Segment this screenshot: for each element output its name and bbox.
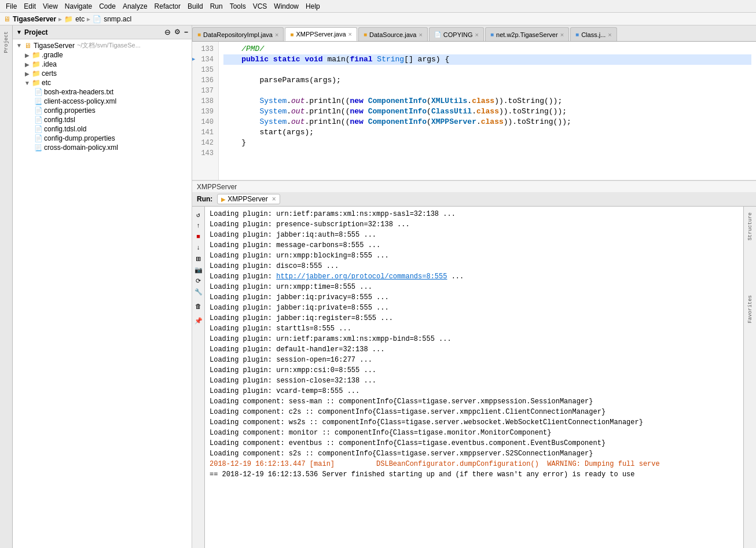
menu-build[interactable]: Build bbox=[184, 2, 207, 11]
line-137: 137 bbox=[192, 86, 218, 96]
tree-crossdomain-label: cross-domain-policy.xml bbox=[44, 144, 118, 152]
console-line-1: Loading plugin: presence-subscription=32… bbox=[210, 219, 739, 230]
code-editor[interactable]: 133 ▶ 134 135 136 137 138 139 140 141 bbox=[192, 42, 756, 181]
run-btn4[interactable]: 📷 bbox=[194, 265, 203, 274]
run-btn6[interactable]: 🔧 bbox=[194, 287, 203, 296]
console-line-3: Loading plugin: message-carbons=8:555 ..… bbox=[210, 240, 739, 251]
editor-area: ■ DataRepositoryImpl.java × ■ XMPPServer… bbox=[192, 25, 756, 548]
tab-label-XMPPServer: XMPPServer.java bbox=[296, 31, 346, 38]
editor-footer: XMPPServer bbox=[192, 181, 756, 192]
console-line-7: Loading plugin: urn:xmpp:time=8:555 ... bbox=[210, 282, 739, 292]
menu-view[interactable]: View bbox=[39, 2, 61, 11]
menu-code[interactable]: Code bbox=[96, 2, 119, 11]
run-scroll-up-btn[interactable]: ↑ bbox=[194, 221, 203, 230]
console-line-25: == 2018-12-19 16:12:13.536 Server finish… bbox=[210, 469, 739, 480]
run-content[interactable]: Loading plugin: urn:ietf:params:xml:ns:x… bbox=[205, 207, 743, 548]
favorites-tab-button[interactable]: Favorites bbox=[746, 292, 754, 327]
tree-item-configdump[interactable]: 📄 config-dump.properties bbox=[13, 134, 192, 143]
tab-TigaseServer[interactable]: ■ net.w2p.TigaseServer × bbox=[485, 27, 569, 41]
editor-footer-filename: XMPPServer bbox=[197, 183, 237, 191]
console-line-6: Loading plugin: http://jabber.org/protoc… bbox=[210, 271, 739, 282]
tree-configprop-icon: 📄 bbox=[34, 106, 43, 115]
run-tab-close[interactable]: × bbox=[272, 195, 276, 203]
menu-run[interactable]: Run bbox=[207, 2, 226, 11]
line-136: 136 bbox=[192, 75, 218, 86]
project-tree: ▼ 🖥 TigaseServer ~/文档/svn/TigaseSe... ▶ … bbox=[13, 39, 192, 548]
run-stop-btn[interactable]: ■ bbox=[194, 232, 203, 241]
project-minimize-icon[interactable]: – bbox=[184, 28, 188, 36]
menu-refactor[interactable]: Refactor bbox=[151, 2, 184, 11]
menu-analyze[interactable]: Analyze bbox=[119, 2, 151, 11]
menu-tools[interactable]: Tools bbox=[226, 2, 249, 11]
tab-icon-TigaseServer: ■ bbox=[490, 31, 494, 38]
tree-idea-arrow: ▶ bbox=[23, 61, 31, 68]
tree-item-etc[interactable]: ▼ 📁 etc bbox=[13, 78, 192, 87]
run-tab[interactable]: ▶ XMPPServer × bbox=[217, 194, 280, 204]
menu-bar: File Edit View Navigate Code Analyze Ref… bbox=[0, 0, 756, 13]
run-scroll-down-btn[interactable]: ↓ bbox=[194, 243, 203, 252]
run-left-toolbar: ↺ ↑ ■ ↓ ⊞ 📷 ⟳ 🔧 🗑 📌 bbox=[192, 207, 205, 548]
project-tab-button[interactable]: Project bbox=[2, 28, 10, 57]
tab-close-TigaseServer[interactable]: × bbox=[560, 31, 564, 38]
tab-DataRepositoryImpl[interactable]: ■ DataRepositoryImpl.java × bbox=[192, 27, 284, 41]
code-line-142: } bbox=[223, 138, 751, 148]
run-btn3[interactable]: ⊞ bbox=[194, 254, 203, 263]
breadcrumb-folder1[interactable]: etc bbox=[75, 15, 85, 23]
breadcrumb-file[interactable]: snmp.acl bbox=[104, 15, 131, 23]
menu-help[interactable]: Help bbox=[302, 2, 324, 11]
console-link[interactable]: http://jabber.org/protocol/commands=8:55… bbox=[276, 273, 447, 281]
project-settings-icon[interactable]: ⚙ bbox=[174, 28, 181, 36]
menu-file[interactable]: File bbox=[2, 2, 20, 11]
tree-item-cap[interactable]: 📃 client-access-policy.xml bbox=[13, 97, 192, 106]
tree-item-bosh[interactable]: 📄 bosh-extra-headers.txt bbox=[13, 87, 192, 97]
tree-idea-label: .idea bbox=[42, 60, 57, 68]
tab-close-XMPPServer[interactable]: × bbox=[348, 31, 352, 38]
tab-bar: ■ DataRepositoryImpl.java × ■ XMPPServer… bbox=[192, 25, 756, 42]
console-line-21: Loading component: monitor :: componentI… bbox=[210, 428, 739, 438]
line-135: 135 bbox=[192, 65, 218, 75]
tab-close-DataSource[interactable]: × bbox=[419, 31, 422, 38]
tab-close-COPYING[interactable]: × bbox=[475, 31, 479, 38]
tab-ClassJ[interactable]: ■ Class.j... × bbox=[570, 27, 617, 41]
tab-label-TigaseServer: net.w2p.TigaseServer bbox=[496, 31, 558, 38]
breadcrumb-project[interactable]: TigaseServer bbox=[13, 15, 56, 23]
tree-gradle-label: .gradle bbox=[42, 51, 63, 59]
run-btn7[interactable]: 🗑 bbox=[194, 301, 203, 311]
tab-DataSource[interactable]: ■ DataSource.java × bbox=[358, 27, 428, 41]
tree-cap-icon: 📃 bbox=[34, 98, 43, 105]
project-collapse-all[interactable]: ⊖ bbox=[164, 28, 171, 36]
menu-vcs[interactable]: VCS bbox=[249, 2, 271, 11]
tree-item-gradle[interactable]: ▶ 📁 .gradle bbox=[13, 50, 192, 60]
code-line-140: System.out.println((new ComponentInfo(XM… bbox=[223, 117, 751, 127]
tree-item-certs[interactable]: ▶ 📁 certs bbox=[13, 69, 192, 78]
code-content[interactable]: /PMD/ public static void main(final Stri… bbox=[219, 42, 756, 180]
tree-configold-label: config.tdsl.old bbox=[44, 125, 86, 133]
tree-item-configold[interactable]: 📄 config.tdsl.old bbox=[13, 124, 192, 134]
tree-item-configtdsl[interactable]: 📄 config.tdsl bbox=[13, 115, 192, 124]
console-line-8: Loading plugin: jabber:iq:privacy=8:555 … bbox=[210, 292, 739, 303]
tree-root-path: ~/文档/svn/TigaseSe... bbox=[77, 41, 141, 50]
tab-label-DataRepositoryImpl: DataRepositoryImpl.java bbox=[203, 31, 273, 38]
tree-root[interactable]: ▼ 🖥 TigaseServer ~/文档/svn/TigaseSe... bbox=[13, 41, 192, 50]
tab-close-DataRepositoryImpl[interactable]: × bbox=[275, 31, 278, 38]
tab-close-ClassJ[interactable]: × bbox=[608, 31, 611, 38]
tree-item-idea[interactable]: ▶ 📁 .idea bbox=[13, 60, 192, 69]
run-tab-label: XMPPServer bbox=[227, 195, 267, 203]
run-restart-btn[interactable]: ↺ bbox=[194, 210, 203, 219]
tree-item-crossdomain[interactable]: 📃 cross-domain-policy.xml bbox=[13, 143, 192, 152]
tree-configdump-label: config-dump.properties bbox=[44, 134, 115, 142]
console-line-0: Loading plugin: urn:ietf:params:xml:ns:x… bbox=[210, 209, 739, 219]
line-139: 139 bbox=[192, 106, 218, 117]
console-line-15: Loading plugin: urn:xmpp:csi:0=8:555 ... bbox=[210, 365, 739, 376]
menu-edit[interactable]: Edit bbox=[20, 2, 39, 11]
tab-XMPPServer[interactable]: ■ XMPPServer.java × bbox=[285, 27, 357, 41]
tab-COPYING[interactable]: 📄 COPYING × bbox=[429, 27, 484, 41]
run-btn5[interactable]: ⟳ bbox=[194, 276, 203, 285]
tree-gradle-arrow: ▶ bbox=[23, 52, 31, 58]
tree-configold-icon: 📄 bbox=[34, 125, 43, 133]
tree-item-configprop[interactable]: 📄 config.properties bbox=[13, 106, 192, 115]
menu-window[interactable]: Window bbox=[270, 2, 302, 11]
run-pin-btn[interactable]: 📌 bbox=[194, 316, 203, 325]
menu-navigate[interactable]: Navigate bbox=[61, 2, 96, 11]
structure-tab-button[interactable]: Structure bbox=[746, 209, 754, 244]
